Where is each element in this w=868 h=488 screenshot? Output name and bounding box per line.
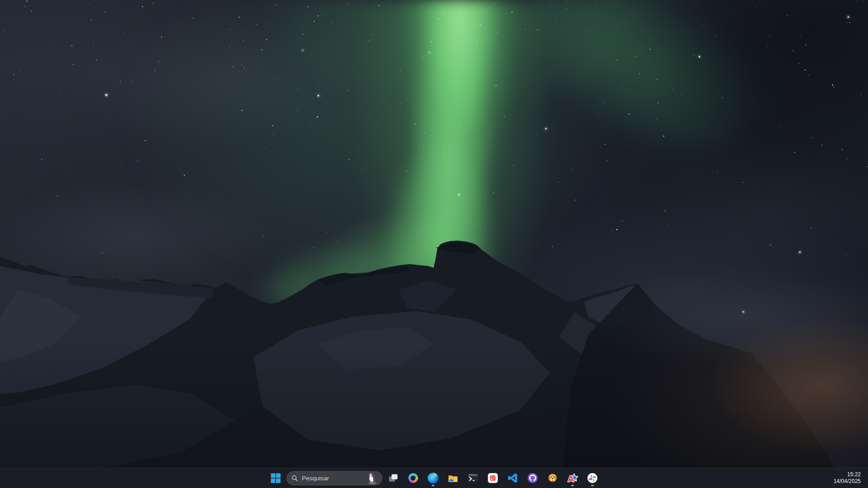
- desktop: Pesquisar: [0, 0, 868, 488]
- red-square-app-button[interactable]: [484, 469, 502, 487]
- search-box[interactable]: Pesquisar: [286, 471, 382, 485]
- svg-text:A: A: [568, 474, 574, 483]
- edge-browser-icon: [428, 473, 439, 483]
- file-explorer-button[interactable]: [444, 469, 462, 487]
- star-a-app-button[interactable]: A: [563, 469, 582, 487]
- copilot-ring-icon: [408, 473, 419, 483]
- edge-button[interactable]: [424, 469, 442, 487]
- task-view-icon: [388, 473, 399, 483]
- folder-icon: [448, 473, 458, 483]
- search-icon: [291, 475, 298, 482]
- slack-icon: [587, 473, 598, 483]
- running-indicator: [571, 485, 574, 486]
- running-indicator: [432, 485, 434, 486]
- terminal-icon: [467, 473, 478, 483]
- dog-face-icon: [547, 473, 558, 483]
- octocat-icon: [527, 473, 538, 483]
- slack-button[interactable]: [583, 469, 601, 487]
- puffin-bird-icon: [366, 471, 379, 485]
- taskbar-clock[interactable]: 15:22 14/04/2025: [830, 468, 864, 488]
- search-placeholder: Pesquisar: [302, 475, 329, 482]
- start-button[interactable]: [267, 469, 285, 487]
- github-desktop-button[interactable]: [524, 469, 542, 487]
- red-square-icon: [487, 473, 498, 483]
- clock-date: 14/04/2025: [834, 478, 861, 485]
- star-a-icon: A: [567, 473, 578, 484]
- vscode-button[interactable]: [504, 469, 522, 487]
- taskbar: Pesquisar: [0, 468, 868, 488]
- clock-time: 15:22: [847, 471, 861, 478]
- vscode-icon: [507, 473, 518, 483]
- windows-logo-icon: [270, 473, 281, 483]
- taskbar-app-group: Pesquisar: [267, 468, 601, 488]
- warm-haze: [0, 0, 868, 488]
- task-view-button[interactable]: [384, 469, 402, 487]
- copilot-button[interactable]: [404, 469, 422, 487]
- running-indicator: [591, 485, 594, 486]
- dog-app-button[interactable]: [544, 469, 562, 487]
- terminal-button[interactable]: [464, 469, 482, 487]
